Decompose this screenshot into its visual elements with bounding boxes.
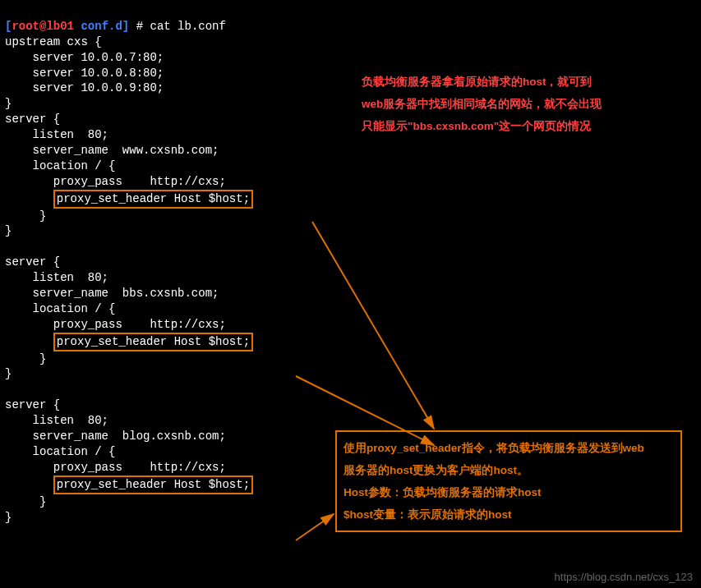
highlight-3: proxy_set_header Host $host; — [53, 475, 253, 494]
annotation-box: 使用proxy_set_header指令，将负载均衡服务器发送到web 服务器的… — [335, 430, 682, 532]
annotation-top: 负载均衡服务器拿着原始请求的host，就可到 web服务器中找到相同域名的网站，… — [362, 71, 602, 137]
highlight-1: proxy_set_header Host $host; — [53, 190, 253, 209]
watermark: https://blog.csdn.net/cxs_123 — [555, 571, 693, 583]
highlight-2: proxy_set_header Host $host; — [53, 333, 253, 351]
